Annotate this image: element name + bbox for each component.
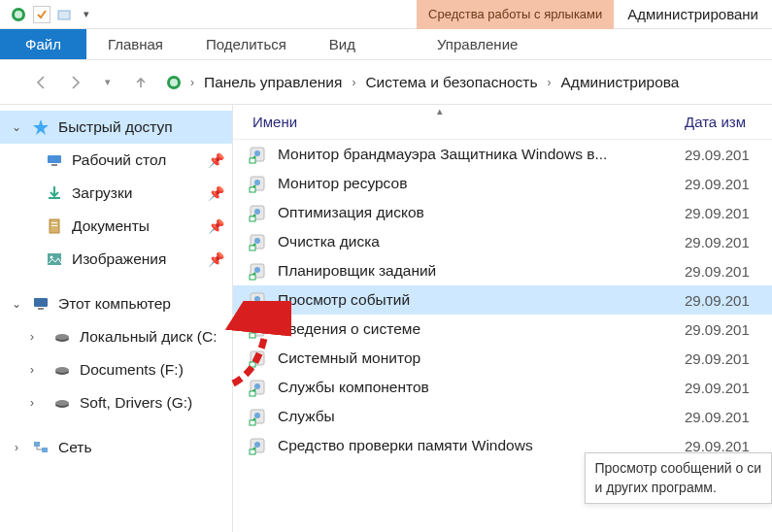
caret-right-icon[interactable]: › xyxy=(25,330,39,344)
svg-point-24 xyxy=(254,150,260,156)
sidebar-item[interactable]: ›Локальный диск (C: xyxy=(0,320,232,353)
sidebar-item-label: Documents (F:) xyxy=(80,361,184,379)
chevron-right-icon[interactable]: › xyxy=(350,76,357,89)
column-name-label: Имени xyxy=(252,114,297,130)
shortcut-icon xyxy=(247,406,268,427)
svg-rect-13 xyxy=(34,298,48,307)
chevron-right-icon[interactable]: › xyxy=(188,76,196,89)
caret-down-icon[interactable]: ⌄ xyxy=(10,297,23,311)
caret-down-icon[interactable]: ⌄ xyxy=(10,120,23,134)
svg-rect-46 xyxy=(250,362,255,367)
svg-rect-28 xyxy=(250,187,255,192)
sidebar-item-label: Загрузки xyxy=(72,184,132,202)
tooltip-line1: Просмотр сообщений о си xyxy=(595,459,761,479)
breadcrumb[interactable]: › Панель управления › Система и безопасн… xyxy=(161,72,762,93)
list-item[interactable]: Оптимизация дисков29.09.201 xyxy=(233,198,772,227)
list-item[interactable]: Монитор брандмауэра Защитника Windows в.… xyxy=(233,140,772,169)
list-item[interactable]: Системный монитор29.09.201 xyxy=(233,344,772,373)
svg-rect-40 xyxy=(250,304,255,309)
shortcut-icon xyxy=(247,144,268,165)
svg-point-18 xyxy=(55,367,69,373)
svg-rect-34 xyxy=(250,246,255,250)
file-date: 29.09.201 xyxy=(685,380,772,396)
window-title: Администрировани xyxy=(614,0,772,28)
back-button[interactable] xyxy=(29,70,54,95)
crumb-0[interactable]: Панель управления xyxy=(202,72,344,93)
properties-icon[interactable] xyxy=(33,6,50,23)
tab-view[interactable]: Вид xyxy=(308,29,377,59)
file-date: 29.09.201 xyxy=(685,350,772,367)
caret-right-icon[interactable]: › xyxy=(10,441,23,454)
sidebar-item-this-pc[interactable]: ⌄ Этот компьютер xyxy=(0,287,232,320)
qat-dropdown-icon[interactable]: ▾ xyxy=(80,8,93,20)
sidebar-item[interactable]: Изображения📌 xyxy=(0,243,232,276)
column-name[interactable]: Имени xyxy=(233,114,685,130)
svg-rect-37 xyxy=(250,275,255,280)
svg-rect-55 xyxy=(250,449,255,454)
list-item[interactable]: Сведения о системе29.09.201 xyxy=(233,315,772,344)
sidebar-label: Быстрый доступ xyxy=(58,118,173,136)
svg-point-54 xyxy=(254,442,260,448)
list-item[interactable]: Службы29.09.201 xyxy=(233,402,772,431)
pin-icon[interactable]: 📌 xyxy=(208,251,224,267)
file-name: Сведения о системе xyxy=(278,320,685,338)
crumb-2[interactable]: Администрирова xyxy=(559,72,682,93)
recent-dropdown-icon[interactable]: ▾ xyxy=(95,70,120,95)
file-date: 29.09.201 xyxy=(685,234,772,250)
svg-rect-43 xyxy=(250,333,255,338)
list-item[interactable]: Монитор ресурсов29.09.201 xyxy=(233,169,772,198)
svg-point-48 xyxy=(254,383,260,389)
svg-point-16 xyxy=(55,334,69,340)
disk-icon xyxy=(52,393,72,413)
chevron-right-icon[interactable]: › xyxy=(546,76,554,89)
file-date: 29.09.201 xyxy=(685,438,772,454)
list-item[interactable]: Службы компонентов29.09.201 xyxy=(233,373,772,402)
svg-point-51 xyxy=(254,413,260,418)
file-date: 29.09.201 xyxy=(685,409,772,425)
quick-access-toolbar: ▾ xyxy=(0,6,93,23)
sidebar-item-quick-access[interactable]: ⌄ Быстрый доступ xyxy=(0,111,232,144)
column-headers: Имени Дата изм xyxy=(233,105,772,140)
column-date-label: Дата изм xyxy=(685,114,746,130)
caret-right-icon[interactable]: › xyxy=(25,363,39,377)
pin-icon[interactable]: 📌 xyxy=(208,152,224,168)
list-item[interactable]: Планировщик заданий29.09.201 xyxy=(233,256,772,285)
sidebar-item-label: Документы xyxy=(72,217,150,235)
tab-share[interactable]: Поделиться xyxy=(185,29,308,59)
shortcut-icon xyxy=(247,260,268,282)
list-item[interactable]: Очистка диска29.09.201 xyxy=(233,227,772,256)
sidebar-item[interactable]: Документы📌 xyxy=(0,210,232,243)
tab-manage[interactable]: Управление xyxy=(416,29,539,59)
svg-point-45 xyxy=(254,354,260,360)
svg-rect-49 xyxy=(250,391,255,396)
star-icon xyxy=(31,117,50,137)
sidebar-item-network[interactable]: › Сеть xyxy=(0,431,232,464)
svg-point-1 xyxy=(15,11,22,18)
pin-icon[interactable]: 📌 xyxy=(208,185,224,201)
tab-file[interactable]: Файл xyxy=(0,29,86,59)
svg-rect-9 xyxy=(51,222,57,223)
forward-button[interactable] xyxy=(62,70,87,95)
tooltip: Просмотр сообщений о си и других програм… xyxy=(585,452,772,504)
control-panel-icon xyxy=(165,74,183,91)
file-date: 29.09.201 xyxy=(685,205,772,221)
sidebar-item[interactable]: Загрузки📌 xyxy=(0,177,232,210)
svg-rect-31 xyxy=(250,216,255,221)
caret-right-icon[interactable]: › xyxy=(25,396,39,410)
file-name: Службы компонентов xyxy=(278,379,685,396)
pin-icon[interactable]: 📌 xyxy=(208,218,224,234)
up-button[interactable] xyxy=(128,70,153,95)
svg-point-42 xyxy=(254,325,260,331)
main-area: ⌄ Быстрый доступ Рабочий стол📌Загрузки📌Д… xyxy=(0,105,772,532)
tab-home[interactable]: Главная xyxy=(86,29,185,59)
new-folder-icon[interactable] xyxy=(56,6,74,23)
shortcut-icon xyxy=(247,173,268,194)
sidebar-item[interactable]: Рабочий стол📌 xyxy=(0,144,232,177)
sidebar-item[interactable]: ›Documents (F:) xyxy=(0,353,232,386)
sidebar-item[interactable]: ›Soft, Drivers (G:) xyxy=(0,386,232,419)
crumb-1[interactable]: Система и безопасность xyxy=(363,72,539,93)
list-item[interactable]: Просмотр событий29.09.201 xyxy=(233,285,772,315)
sidebar-item-label: Локальный диск (C: xyxy=(80,328,218,346)
sidebar-item-label: Изображения xyxy=(72,250,166,268)
column-date[interactable]: Дата изм xyxy=(685,114,772,130)
